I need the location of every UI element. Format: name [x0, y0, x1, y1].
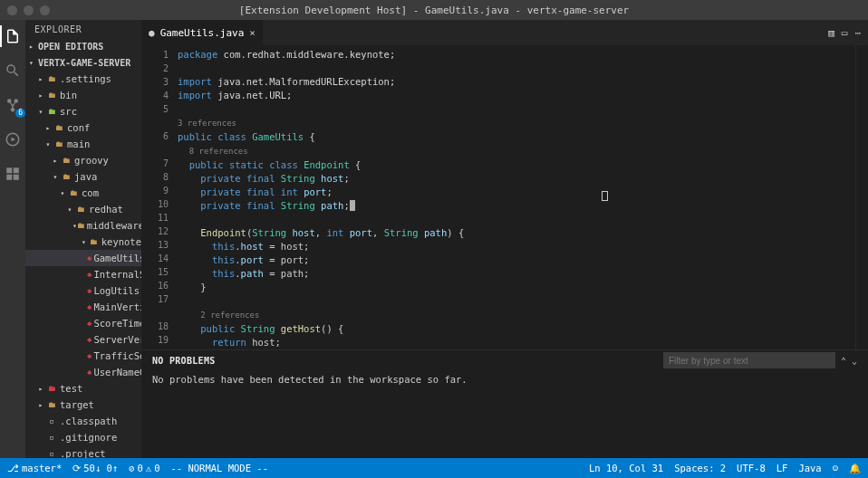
folder-icon: 🖿 — [45, 91, 58, 100]
tree-item[interactable]: ▫.gitignore — [25, 429, 141, 445]
close-window-button[interactable] — [7, 5, 17, 15]
status-bar: ⎇ master* ⟳ 50↓ 0↑ ⊘ 0 ⚠ 0 -- NORMAL MOD… — [0, 458, 868, 478]
tree-item-label: test — [60, 383, 82, 394]
tree-item[interactable]: ◆ServerVerticle.java — [25, 331, 141, 348]
folder-icon: 🖿 — [60, 156, 72, 165]
tree-item[interactable]: ▸🖿.settings — [25, 71, 141, 87]
tree-item[interactable]: ▸🖿groovy — [25, 152, 141, 168]
tree-item-label: .settings — [60, 73, 111, 84]
tree-item[interactable]: ◆UserNameGenerat… — [25, 364, 141, 380]
tree-item[interactable]: ▸🖿target — [25, 397, 141, 413]
java-file-icon: ◆ — [87, 335, 92, 344]
minimap[interactable] — [855, 45, 868, 349]
folder-icon: 🖿 — [45, 384, 58, 393]
file-icon: ▫ — [45, 449, 58, 458]
encoding-status[interactable]: UTF-8 — [737, 463, 766, 473]
cursor-position[interactable]: Ln 10, Col 31 — [589, 463, 663, 473]
panel-message: No problems have been detected in the wo… — [141, 370, 868, 458]
activity-bar: 6 — [0, 20, 25, 458]
tab-gameutils[interactable]: ● GameUtils.java × — [141, 20, 264, 45]
folder-icon: 🖿 — [45, 74, 58, 83]
tree-item[interactable]: ◆InternalServiceVer… — [25, 266, 141, 282]
folder-icon: 🖿 — [53, 123, 65, 132]
tree-item[interactable]: ▾🖿src — [25, 103, 141, 120]
tree-item[interactable]: ▾🖿com — [25, 185, 141, 201]
folder-icon: 🖿 — [77, 221, 85, 230]
tree-item[interactable]: ◆TrafficServerVerti… — [25, 348, 141, 364]
tree-item[interactable]: ▾🖿keynote — [25, 234, 141, 250]
notifications-icon[interactable]: 🔔 — [849, 463, 861, 474]
tree-item-label: groovy — [74, 155, 109, 166]
open-editors-section[interactable]: ▸OPEN EDITORS — [25, 38, 141, 54]
tree-item[interactable]: ◆ScoreTimerVerticl… — [25, 315, 141, 331]
tree-item-label: redhat — [89, 204, 123, 215]
minimize-window-button[interactable] — [24, 5, 34, 15]
tree-item[interactable]: ◆LogUtils.java — [25, 282, 141, 299]
project-section[interactable]: ▾VERTX-GAME-SERVER — [25, 54, 141, 71]
tree-item-label: bin — [60, 90, 77, 100]
sync-status[interactable]: ⟳ 50↓ 0↑ — [72, 463, 118, 473]
source-control-icon[interactable]: 6 — [2, 94, 24, 116]
code-content[interactable]: package com.redhat.middleware.keynote; i… — [178, 45, 855, 349]
window-controls — [7, 5, 50, 15]
tabs: ● GameUtils.java × ▥ ▭ ⋯ — [141, 20, 868, 45]
tree-item[interactable]: ▸🖿test — [25, 380, 141, 397]
tree-item-label: InternalServiceVer… — [93, 269, 141, 280]
tree-item[interactable]: ▸🖿bin — [25, 87, 141, 103]
tree-item[interactable]: ▾🖿middleware — [25, 217, 141, 234]
panel-title: NO PROBLEMS — [152, 356, 216, 366]
tree-item[interactable]: ◆GameUtils.java — [25, 250, 141, 266]
tree-item-label: .project — [60, 448, 106, 458]
java-file-icon: ◆ — [87, 302, 92, 311]
java-file-icon: ◆ — [87, 368, 92, 377]
expand-panel-icon[interactable]: ⌄ — [852, 356, 857, 366]
extensions-icon[interactable] — [2, 163, 24, 185]
tree-item[interactable]: ▾🖿java — [25, 168, 141, 185]
tree-item-label: .gitignore — [60, 432, 117, 443]
tree-item[interactable]: ▾🖿redhat — [25, 201, 141, 217]
tree-item-label: UserNameGenerat… — [93, 367, 141, 378]
filter-input[interactable] — [663, 352, 835, 368]
errors-status[interactable]: ⊘ 0 ⚠ 0 — [129, 463, 159, 473]
tree-item[interactable]: ▫.classpath — [25, 413, 141, 429]
java-file-icon: ◆ — [87, 319, 92, 328]
tree-item-label: ScoreTimerVerticl… — [93, 318, 141, 329]
split-editor-icon[interactable]: ▥ — [828, 27, 834, 39]
maximize-window-button[interactable] — [40, 5, 50, 15]
folder-icon: 🖿 — [74, 205, 87, 214]
eol-status[interactable]: LF — [776, 463, 788, 473]
tab-label: GameUtils.java — [160, 27, 245, 39]
tree-item-label: TrafficServerVerti… — [93, 350, 141, 361]
window-title: [Extension Development Host] - GameUtils… — [239, 5, 629, 16]
folder-icon: 🖿 — [53, 139, 65, 148]
sidebar: EXPLORER ▸OPEN EDITORS ▾VERTX-GAME-SERVE… — [25, 20, 141, 458]
sidebar-title: EXPLORER — [25, 20, 141, 38]
tree-item-label: middleware — [87, 220, 141, 231]
language-status[interactable]: Java — [798, 463, 821, 473]
feedback-icon[interactable]: ☺ — [833, 463, 838, 473]
java-file-icon: ◆ — [87, 351, 92, 360]
more-actions-icon[interactable]: ⋯ — [854, 27, 861, 39]
tree-item-label: MainVerticle.java — [93, 301, 141, 312]
tree-item-label: LogUtils.java — [93, 285, 141, 296]
close-tab-icon[interactable]: × — [249, 27, 256, 39]
modified-indicator-icon: ● — [149, 27, 155, 39]
tree-item-label: main — [67, 139, 90, 149]
collapse-panel-icon[interactable]: ⌃ — [841, 356, 846, 366]
explorer-icon[interactable] — [2, 25, 24, 47]
toggle-panel-icon[interactable]: ▭ — [842, 27, 848, 39]
debug-icon[interactable] — [2, 129, 24, 150]
tree-item[interactable]: ◆MainVerticle.java — [25, 299, 141, 315]
tree-item[interactable]: ▸🖿conf — [25, 120, 141, 136]
branch-status[interactable]: ⎇ master* — [7, 463, 62, 473]
file-icon: ▫ — [45, 416, 58, 425]
editor-mode: -- NORMAL MODE -- — [171, 463, 268, 473]
folder-icon: 🖿 — [67, 188, 80, 197]
tree-item[interactable]: ▫.project — [25, 445, 141, 458]
file-icon: ▫ — [45, 433, 58, 442]
editor[interactable]: 1 2 3 4 5 6 7 8 9 10 11 12 13 14 15 16 1… — [141, 45, 868, 349]
indentation-status[interactable]: Spaces: 2 — [674, 463, 726, 473]
editor-area: ● GameUtils.java × ▥ ▭ ⋯ 1 2 3 4 5 6 7 8… — [141, 20, 868, 458]
search-icon[interactable] — [2, 60, 24, 81]
tree-item[interactable]: ▾🖿main — [25, 136, 141, 152]
